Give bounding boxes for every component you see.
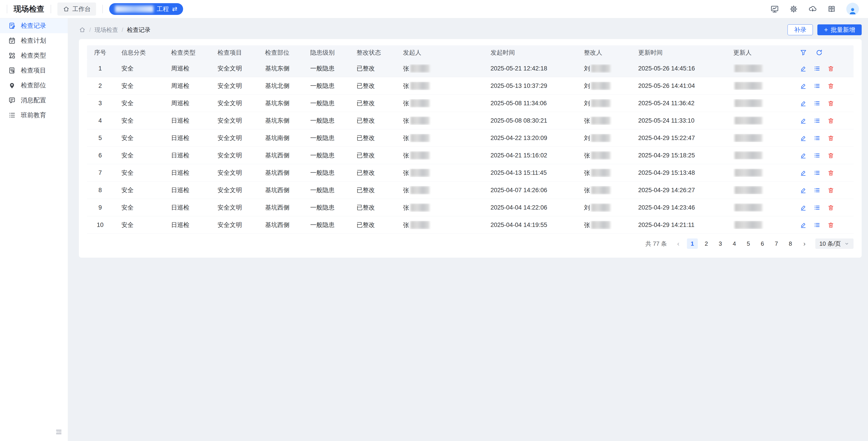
main-content: / 现场检查 / 检查记录 补录 + 批量新增 序号 信息分类 检查类型 检查项… <box>68 18 868 441</box>
detail-list-icon[interactable] <box>813 222 820 229</box>
delete-icon[interactable] <box>827 65 834 72</box>
cell-category: 安全 <box>113 203 163 212</box>
detail-list-icon[interactable] <box>813 65 820 72</box>
cell-location: 基坑西侧 <box>257 221 302 229</box>
edit-icon[interactable] <box>800 204 807 211</box>
project-switcher-pill[interactable]: 工程 ⇄ <box>109 3 183 15</box>
breadcrumb-current: 检查记录 <box>127 26 150 34</box>
page-size-select[interactable]: 10 条/页 <box>815 238 854 249</box>
delete-icon[interactable] <box>827 187 834 194</box>
cell-updater <box>725 134 795 142</box>
page-button-4[interactable]: 4 <box>729 238 740 249</box>
cloud-download-icon[interactable] <box>808 5 817 13</box>
page-button-5[interactable]: 5 <box>743 238 754 249</box>
delete-icon[interactable] <box>827 82 834 90</box>
delete-icon[interactable] <box>827 152 834 159</box>
edit-icon[interactable] <box>800 222 807 229</box>
edit-icon[interactable] <box>800 152 807 159</box>
detail-list-icon[interactable] <box>813 204 820 211</box>
cell-rectifier: 刘 <box>576 99 630 107</box>
collapse-sidebar-icon[interactable] <box>55 428 62 437</box>
delete-icon[interactable] <box>827 117 834 124</box>
cell-status: 已整改 <box>348 82 395 90</box>
cell-no: 1 <box>87 65 113 72</box>
column-header: 更新时间 <box>630 48 725 57</box>
monitor-chart-icon[interactable] <box>770 5 779 13</box>
cell-updater <box>725 186 795 194</box>
filter-icon[interactable] <box>800 49 807 56</box>
delete-icon[interactable] <box>827 169 834 176</box>
cell-location: 基坑南侧 <box>257 134 302 142</box>
detail-list-icon[interactable] <box>813 100 820 107</box>
cell-rectifier: 张 <box>576 169 630 177</box>
breadcrumb-root[interactable]: 现场检查 <box>94 26 118 34</box>
delete-icon[interactable] <box>827 100 834 107</box>
cell-location: 基坑北侧 <box>257 82 302 90</box>
sidebar-item-inspection-records[interactable]: 检查记录 <box>0 18 68 33</box>
page-button-3[interactable]: 3 <box>715 238 726 249</box>
sidebar-item-message-config[interactable]: 消息配置 <box>0 93 68 108</box>
page-button-8[interactable]: 8 <box>785 238 796 249</box>
cell-rectifier: 张 <box>576 221 630 229</box>
column-header: 检查部位 <box>257 48 302 57</box>
edit-icon[interactable] <box>800 135 807 142</box>
sidebar-item-inspection-types[interactable]: 检查类型 <box>0 48 68 63</box>
detail-list-icon[interactable] <box>813 117 820 124</box>
next-page-button[interactable]: › <box>799 238 810 249</box>
detail-list-icon[interactable] <box>813 152 820 159</box>
edit-icon[interactable] <box>800 65 807 72</box>
table-row: 10安全日巡检安全文明基坑西侧一般隐患已整改张2025-04-04 14:19:… <box>87 216 854 234</box>
cell-no: 6 <box>87 152 113 159</box>
sidebar-item-inspection-plans[interactable]: 检查计划 <box>0 33 68 48</box>
detail-list-icon[interactable] <box>813 82 820 90</box>
refresh-icon[interactable] <box>815 49 823 56</box>
cell-updater <box>725 64 795 72</box>
page-button-7[interactable]: 7 <box>771 238 782 249</box>
delete-icon[interactable] <box>827 204 834 211</box>
breadcrumb-home-icon[interactable] <box>79 26 86 33</box>
edit-icon[interactable] <box>800 187 807 194</box>
batch-add-label: 批量新增 <box>831 26 855 34</box>
sidebar-item-label: 检查记录 <box>21 22 46 30</box>
cell-rectifier: 刘 <box>576 64 630 73</box>
cell-status: 已整改 <box>348 116 395 125</box>
delete-icon[interactable] <box>827 222 834 229</box>
page-button-2[interactable]: 2 <box>701 238 712 249</box>
edit-icon[interactable] <box>800 82 807 90</box>
row-actions <box>795 82 854 90</box>
divider <box>51 5 51 13</box>
workbench-button[interactable]: 工作台 <box>57 2 96 15</box>
cell-hazard: 一般隐患 <box>302 116 348 125</box>
column-header: 检查类型 <box>163 48 209 57</box>
sidebar-item-pre-shift-education[interactable]: 班前教育 <box>0 108 68 123</box>
cell-updater <box>725 221 795 229</box>
masked-name <box>735 64 762 72</box>
user-avatar[interactable] <box>846 3 859 15</box>
edit-icon[interactable] <box>800 117 807 124</box>
page-button-1[interactable]: 1 <box>687 238 698 249</box>
batch-add-button[interactable]: + 批量新增 <box>817 24 862 35</box>
handbook-icon[interactable] <box>827 5 836 13</box>
cell-check_item: 安全文明 <box>209 82 257 90</box>
cell-initiate_time: 2025-04-04 14:19:55 <box>483 222 576 229</box>
delete-icon[interactable] <box>827 135 834 142</box>
page-button-6[interactable]: 6 <box>757 238 768 249</box>
table-tools <box>795 49 854 56</box>
column-header: 信息分类 <box>113 48 163 57</box>
detail-list-icon[interactable] <box>813 187 820 194</box>
cell-update_time: 2025-04-29 14:26:27 <box>630 187 725 194</box>
cell-update_time: 2025-05-26 14:41:04 <box>630 82 725 90</box>
cell-initiate_time: 2025-05-13 10:37:29 <box>483 82 576 90</box>
prev-page-button[interactable]: ‹ <box>673 238 684 249</box>
settings-gear-icon[interactable] <box>789 5 798 13</box>
supplement-entry-button[interactable]: 补录 <box>787 24 813 35</box>
detail-list-icon[interactable] <box>813 169 820 176</box>
sidebar-item-inspection-items[interactable]: 检查项目 <box>0 63 68 78</box>
edit-icon[interactable] <box>800 169 807 176</box>
masked-name <box>735 151 762 160</box>
edit-icon[interactable] <box>800 100 807 107</box>
cell-category: 安全 <box>113 186 163 194</box>
sidebar-item-inspection-locations[interactable]: 检查部位 <box>0 78 68 93</box>
detail-list-icon[interactable] <box>813 135 820 142</box>
app-root: 现场检查 工作台 工程 ⇄ 检查记录 检查计划 <box>0 0 868 441</box>
